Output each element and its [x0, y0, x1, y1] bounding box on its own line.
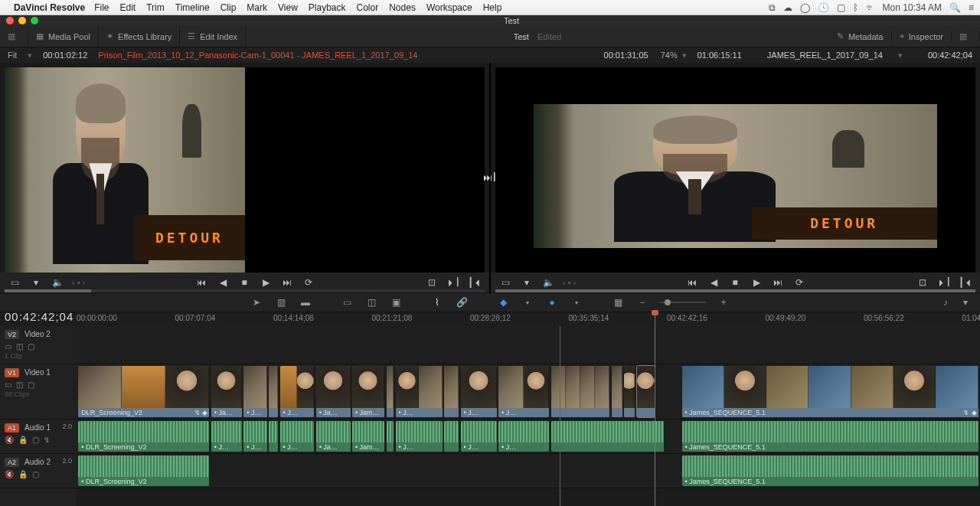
mute-icon[interactable]: 🔇 [5, 470, 14, 478]
match-frame-button[interactable]: ⊡ [425, 277, 439, 288]
program-mode-button[interactable]: ▭ [498, 277, 512, 288]
playhead[interactable] [655, 312, 655, 506]
video-clip[interactable]: • J… [498, 366, 549, 417]
audio-clip[interactable]: • Jam… [352, 421, 384, 452]
audio-clip[interactable]: • J… [280, 421, 315, 452]
curve-icon[interactable]: ↯ [44, 436, 50, 444]
menu-mark[interactable]: Mark [247, 2, 267, 13]
audio-sync-icon[interactable]: ♪ [939, 297, 952, 308]
track-badge-v2[interactable]: V2 [5, 330, 19, 339]
solo-icon[interactable]: ▢ [32, 436, 39, 444]
menu-playback[interactable]: Playback [309, 2, 346, 13]
timeline-marker[interactable] [560, 326, 560, 506]
effects-library-tab[interactable]: ✶Effects Library [99, 26, 180, 47]
track-gain-a1[interactable]: 2.0 [62, 423, 72, 430]
metadata-tab[interactable]: ✎Metadata [829, 31, 892, 41]
volume-icon[interactable]: 🔈 [541, 277, 555, 288]
video-clip[interactable] [624, 366, 635, 417]
menu-file[interactable]: File [94, 2, 109, 13]
video-clip[interactable]: • Ja… [316, 366, 351, 417]
clock-text[interactable]: Mon 10:34 AM [883, 2, 942, 13]
audio-clip[interactable] [444, 421, 459, 452]
menu-nodes[interactable]: Nodes [389, 2, 416, 13]
track-lane-v1[interactable]: DLR_Screening_V2↯ ◆• Ja…• J…• J…• Ja…• J… [77, 364, 980, 419]
lock-icon[interactable]: 🔒 [18, 436, 28, 444]
audio-clip[interactable]: • J… [461, 421, 497, 452]
video-clip[interactable]: • James_SEQUENCE_5.1↯ ◆ [682, 366, 978, 417]
timeline-current-timecode[interactable]: 00:42:42;04 [5, 310, 74, 323]
program-canvas[interactable]: DETOUR [495, 67, 975, 273]
cloud-icon[interactable]: ☁︎ [783, 2, 792, 13]
screenshot-icon[interactable]: ⧉ [769, 2, 776, 13]
audio-clip[interactable]: • J… [243, 421, 267, 452]
marker-dots[interactable]: ‹ • › [72, 278, 85, 287]
audio-clip[interactable]: • J… [498, 421, 549, 452]
sync-icon[interactable]: ◯ [800, 2, 810, 13]
menu-clip[interactable]: Clip [220, 2, 237, 13]
video-clip[interactable]: • Ja… [211, 366, 242, 417]
prev-frame-button[interactable]: ◀ [707, 277, 720, 288]
audio-clip[interactable]: • J… [211, 421, 242, 452]
timeline-ruler[interactable]: 00:42:42;04 00:00:00:0000:07:07:0400:14:… [0, 312, 980, 326]
link-icon[interactable]: 🔗 [455, 297, 469, 308]
insert-tool[interactable]: ▬ [299, 297, 312, 308]
track-header-v1[interactable]: V1 Video 1 ▭◫▢ 88 Clips [0, 364, 77, 419]
solo-icon[interactable]: ▢ [32, 470, 39, 478]
in-button[interactable]: ⏵┃ [446, 277, 460, 288]
video-clip[interactable]: • J… [280, 366, 315, 417]
mute-icon[interactable]: 🔇 [5, 436, 14, 444]
audio-clip[interactable]: • DLR_Screening_V2 [78, 455, 209, 486]
menu-timeline[interactable]: Timeline [175, 2, 210, 13]
audio-clip[interactable] [387, 421, 394, 452]
right-sidebar-toggle[interactable]: ▥ [952, 31, 980, 41]
marker-dots[interactable]: ‹ • › [563, 278, 576, 287]
blade-tool[interactable]: ▥ [274, 297, 288, 308]
stop-button[interactable]: ■ [728, 277, 742, 288]
video-clip[interactable] [612, 366, 622, 417]
lock-icon[interactable]: 🔒 [18, 470, 28, 478]
audio-clip[interactable]: • Ja… [316, 421, 351, 452]
menu-help[interactable]: Help [483, 2, 502, 13]
visibility-icon[interactable]: ▢ [28, 380, 34, 389]
play-button[interactable]: ▶ [750, 277, 763, 288]
video-clip[interactable]: • J… [396, 366, 443, 417]
program-zoom[interactable]: 74% [661, 51, 678, 60]
loop-button[interactable]: ⟳ [792, 277, 806, 288]
flag-blue[interactable]: ◆ [496, 297, 510, 308]
video-clip[interactable] [387, 366, 394, 417]
first-frame-button[interactable]: ⏮ [194, 277, 208, 288]
track-lane-a2[interactable]: • DLR_Screening_V2• James_SEQUENCE_5.1 [77, 454, 980, 488]
audio-clip[interactable] [269, 421, 278, 452]
append-tool[interactable]: ▭ [340, 297, 354, 308]
loop-button[interactable]: ⟳ [302, 277, 315, 288]
track-lane-v2[interactable] [77, 326, 980, 364]
track-gain-a2[interactable]: 2.0 [62, 457, 72, 465]
timeline-options[interactable]: ▦ [611, 297, 625, 308]
app-name[interactable]: DaVinci Resolve [14, 2, 85, 13]
volume-icon[interactable]: 🔈 [51, 277, 64, 288]
video-clip[interactable] [637, 366, 655, 417]
first-frame-button[interactable]: ⏮ [685, 277, 699, 288]
video-clip[interactable]: • J… [461, 366, 497, 417]
spotlight-icon[interactable]: 🔍 [949, 2, 961, 13]
track-header-a1[interactable]: A1 Audio 1 2.0 🔇🔒▢↯ [0, 419, 77, 454]
timeline-tracks[interactable]: DLR_Screening_V2↯ ◆• Ja…• J…• J…• Ja…• J… [77, 326, 980, 506]
visibility-icon[interactable]: ▢ [28, 342, 34, 351]
audio-clip[interactable]: • James_SEQUENCE_5.1 [682, 455, 978, 486]
menu-trim[interactable]: Trim [146, 2, 165, 13]
wifi-icon[interactable]: ᯤ [866, 2, 875, 13]
zoom-out-button[interactable]: − [635, 297, 649, 308]
chevron-down-icon[interactable]: ▾ [28, 51, 32, 60]
sidebar-toggle[interactable]: ▥ [0, 26, 28, 47]
media-pool-tab[interactable]: ▦Media Pool [28, 26, 99, 47]
source-in-timecode[interactable]: 00:01:02:12 [43, 51, 87, 60]
in-button[interactable]: ⏵┃ [937, 277, 951, 288]
audio-clip[interactable]: • James_SEQUENCE_5.1 [682, 421, 978, 452]
zoom-slider[interactable] [660, 302, 706, 303]
auto-select-icon[interactable]: ◫ [16, 342, 23, 351]
track-badge-a2[interactable]: A2 [5, 458, 19, 467]
edit-index-tab[interactable]: ☰Edit Index [180, 26, 246, 47]
out-button[interactable]: ┃⏴ [468, 277, 482, 288]
clip-effects-icon[interactable]: ↯ ◆ [963, 409, 977, 416]
stop-button[interactable]: ■ [237, 277, 251, 288]
